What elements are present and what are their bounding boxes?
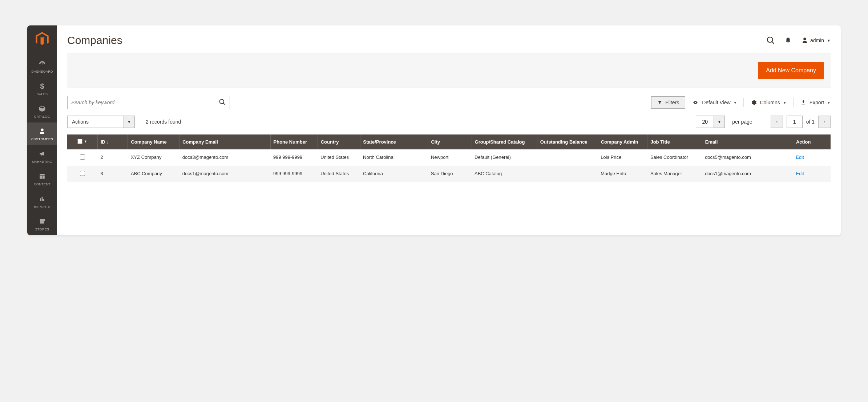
bell-icon[interactable]	[785, 37, 791, 44]
eye-icon	[692, 100, 699, 105]
sidebar-item-label: REPORTS	[34, 205, 50, 209]
page-title: Companies	[67, 34, 122, 47]
prev-page-button[interactable]	[771, 116, 783, 128]
records-found: 2 records found	[146, 119, 181, 125]
chevron-down-icon: ▼	[124, 116, 135, 128]
default-view-dropdown[interactable]: Default View ▼	[692, 100, 737, 105]
gear-icon	[750, 99, 757, 106]
edit-link[interactable]: Edit	[796, 171, 804, 176]
cell-admin: Lois Price	[598, 149, 647, 166]
row-checkbox[interactable]	[80, 171, 85, 176]
cell-state: California	[360, 166, 428, 182]
actions-dropdown[interactable]: Actions ▼	[67, 116, 135, 128]
col-header-action: Action	[793, 134, 831, 149]
export-dropdown[interactable]: Export ▼	[800, 100, 831, 105]
search-box	[67, 96, 230, 109]
row-checkbox[interactable]	[80, 154, 85, 160]
cell-balance	[537, 149, 598, 166]
cell-country: United States	[318, 166, 360, 182]
cell-job: Sales Coordinator	[647, 149, 702, 166]
sidebar-item-dashboard[interactable]: DASHBOARD	[27, 55, 57, 77]
box-icon	[39, 105, 46, 113]
cell-email: docs1@magento.com	[702, 166, 793, 182]
cell-group: ABC Catalog	[472, 166, 537, 182]
megaphone-icon	[39, 150, 46, 158]
search-icon[interactable]	[219, 99, 226, 107]
cell-phone: 999 999-9999	[270, 149, 318, 166]
sidebar-item-reports[interactable]: REPORTS	[27, 190, 57, 213]
dollar-icon: $	[40, 82, 44, 90]
sidebar-item-catalog[interactable]: CATALOG	[27, 100, 57, 122]
divider	[743, 98, 744, 107]
pager: ▼ per page of 1	[696, 116, 831, 128]
chevron-down-icon: ▼	[827, 101, 831, 105]
chevron-down-icon: ▼	[734, 101, 737, 105]
companies-grid: ▼ ID↓ Company Name Company Email Phone N…	[67, 134, 831, 182]
layout-icon	[39, 172, 45, 180]
admin-label: admin	[810, 37, 824, 43]
top-actions: admin ▼	[767, 36, 831, 44]
cell-id: 3	[97, 166, 128, 182]
col-header-email[interactable]: Email	[702, 134, 793, 149]
cell-id: 2	[97, 149, 128, 166]
columns-dropdown[interactable]: Columns ▼	[750, 99, 786, 106]
cell-balance	[537, 166, 598, 182]
search-input[interactable]	[71, 100, 219, 105]
next-page-button[interactable]	[818, 116, 831, 128]
col-header-admin[interactable]: Company Admin	[598, 134, 647, 149]
per-page-selector[interactable]: ▼	[696, 116, 725, 128]
export-label: Export	[810, 100, 824, 105]
col-header-job[interactable]: Job Title	[647, 134, 702, 149]
edit-link[interactable]: Edit	[796, 154, 804, 160]
add-new-company-button[interactable]: Add New Company	[758, 62, 824, 79]
sidebar: DASHBOARD $ SALES CATALOG CUSTOMERS MARK…	[27, 25, 57, 235]
default-view-label: Default View	[702, 100, 730, 105]
cell-group: Default (General)	[472, 149, 537, 166]
sidebar-item-content[interactable]: CONTENT	[27, 168, 57, 190]
chevron-left-icon	[775, 120, 779, 124]
controls-row: Actions ▼ 2 records found ▼ per page of …	[67, 116, 831, 128]
funnel-icon	[657, 100, 662, 105]
sidebar-item-marketing[interactable]: MARKETING	[27, 145, 57, 168]
col-header-id[interactable]: ID↓	[97, 134, 128, 149]
per-page-input[interactable]	[696, 116, 714, 128]
sidebar-item-customers[interactable]: CUSTOMERS	[27, 122, 57, 145]
search-icon[interactable]	[767, 36, 775, 44]
admin-dropdown[interactable]: admin ▼	[802, 37, 831, 44]
user-icon	[802, 37, 808, 44]
cell-city: San Diego	[428, 166, 472, 182]
select-all-checkbox[interactable]	[77, 139, 82, 144]
sidebar-item-label: CUSTOMERS	[31, 137, 53, 141]
col-header-company-email[interactable]: Company Email	[179, 134, 270, 149]
cell-job: Sales Manager	[647, 166, 702, 182]
chevron-right-icon	[823, 120, 826, 124]
sidebar-item-sales[interactable]: $ SALES	[27, 77, 57, 100]
col-header-state[interactable]: State/Province	[360, 134, 428, 149]
select-all-header[interactable]: ▼	[67, 134, 97, 149]
page-input[interactable]	[787, 116, 803, 128]
columns-label: Columns	[760, 100, 780, 105]
cell-city: Newport	[428, 149, 472, 166]
export-icon	[800, 100, 807, 105]
main-content: Companies admin ▼ Add New Company	[57, 25, 841, 235]
sidebar-item-label: CONTENT	[34, 182, 51, 186]
grid-header-row: ▼ ID↓ Company Name Company Email Phone N…	[67, 134, 831, 149]
cell-admin: Madge Ento	[598, 166, 647, 182]
col-header-city[interactable]: City	[428, 134, 472, 149]
cell-email: docs5@magento.com	[702, 149, 793, 166]
cell-country: United States	[318, 149, 360, 166]
cell-phone: 999 999-9999	[270, 166, 318, 182]
table-row: 2XYZ Companydocs3@magento.com999 999-999…	[67, 149, 831, 166]
col-header-group[interactable]: Group/Shared Catalog	[472, 134, 537, 149]
col-header-company-name[interactable]: Company Name	[128, 134, 179, 149]
filters-button[interactable]: Filters	[651, 96, 685, 109]
col-header-country[interactable]: Country	[318, 134, 360, 149]
col-header-balance[interactable]: Outstanding Balance	[537, 134, 598, 149]
action-band: Add New Company	[67, 53, 831, 88]
magento-logo	[36, 32, 49, 48]
sidebar-item-stores[interactable]: STORES	[27, 213, 57, 235]
divider	[793, 98, 794, 107]
sidebar-item-label: STORES	[35, 228, 49, 231]
cell-company-name: ABC Company	[128, 166, 179, 182]
col-header-phone[interactable]: Phone Number	[270, 134, 318, 149]
